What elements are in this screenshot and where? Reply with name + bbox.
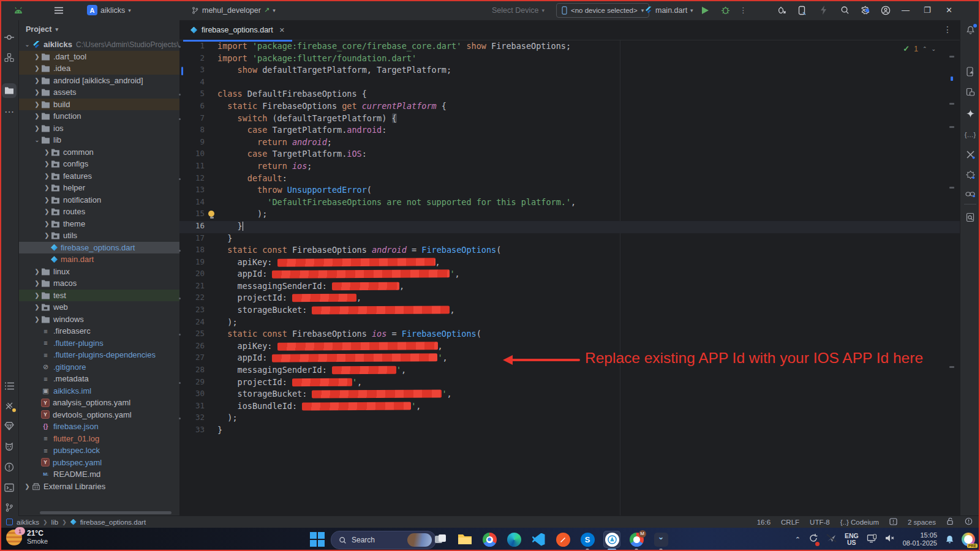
project-tool-icon[interactable] bbox=[2, 83, 17, 98]
code-line-11[interactable]: return ios; bbox=[217, 161, 960, 173]
code-line-24[interactable]: ); bbox=[217, 317, 960, 329]
chrome-profile-icon[interactable]: M bbox=[628, 531, 644, 547]
indent-setting[interactable]: 2 spaces bbox=[908, 519, 936, 526]
tree-item-flutter-01-log[interactable]: ≡flutter_01.log bbox=[18, 433, 179, 445]
chevron-right-icon[interactable]: ❯ bbox=[33, 268, 41, 275]
ai-structure-braces-icon[interactable]: {…} bbox=[963, 127, 978, 142]
chevron-right-icon[interactable]: ❯ bbox=[43, 160, 51, 167]
pen-app-icon[interactable] bbox=[555, 531, 571, 547]
debug-cat-icon[interactable] bbox=[2, 439, 17, 454]
chevron-right-icon[interactable]: ❯ bbox=[33, 113, 41, 119]
language-indicator[interactable]: ENGUS bbox=[845, 533, 859, 546]
tree-item--flutter-plugins-dependencies[interactable]: ≡.flutter-plugins-dependencies bbox=[18, 349, 179, 361]
gutter-line-32[interactable]: 32 bbox=[179, 413, 217, 425]
build-tools-icon[interactable] bbox=[963, 147, 978, 162]
chevron-right-icon[interactable]: ❯ bbox=[43, 208, 51, 215]
task-view-icon[interactable] bbox=[432, 531, 448, 547]
tree-item-devtools-options-yaml[interactable]: Ydevtools_options.yaml bbox=[18, 409, 179, 421]
code-line-5[interactable]: class DefaultFirebaseOptions { bbox=[217, 89, 960, 101]
tree-item-android-aiklicks-android-[interactable]: ❯android [aiklicks_android] bbox=[18, 75, 179, 87]
code-line-33[interactable]: } bbox=[217, 425, 960, 437]
deep-links-icon[interactable] bbox=[963, 187, 978, 201]
tree-item--gitignore[interactable]: ⊘.gitignore bbox=[18, 361, 179, 373]
tree-item-macos[interactable]: ❯macos bbox=[18, 277, 179, 290]
gutter-line-14[interactable]: 14 bbox=[179, 197, 217, 209]
code-line-19[interactable]: apiKey: , bbox=[217, 257, 960, 269]
file-explorer-icon[interactable] bbox=[457, 531, 473, 547]
code-line-4[interactable] bbox=[217, 77, 960, 89]
window-minimize-button[interactable]: — bbox=[902, 0, 920, 20]
copilot-icon[interactable]: PRE bbox=[962, 533, 975, 546]
chevron-right-icon[interactable]: ❯ bbox=[43, 232, 51, 239]
debug-button[interactable] bbox=[721, 0, 730, 20]
search-everywhere-icon[interactable] bbox=[840, 0, 850, 20]
chevron-right-icon[interactable]: ❯ bbox=[43, 149, 51, 156]
tree-item-build[interactable]: ❯build bbox=[18, 99, 179, 111]
tree-item-linux[interactable]: ❯linux bbox=[18, 266, 179, 278]
editor-code[interactable]: import 'package:firebase_core/firebase_c… bbox=[217, 41, 960, 437]
run-button[interactable] bbox=[702, 0, 709, 20]
chevron-down-icon[interactable]: ⌄ bbox=[33, 137, 41, 143]
chrome-icon[interactable] bbox=[481, 531, 497, 547]
project-widget[interactable]: A aiklicks ▾ bbox=[87, 0, 131, 20]
breadcrumb[interactable]: aiklicks❯ lib❯ firebase_options.dart bbox=[0, 519, 757, 526]
tree-item-lib[interactable]: ⌄lib bbox=[18, 134, 179, 146]
tree-item-features[interactable]: ❯features bbox=[18, 170, 179, 182]
vscode-icon[interactable] bbox=[530, 531, 546, 547]
gutter-line-20[interactable]: 20 bbox=[179, 269, 217, 281]
device-mirror-icon[interactable] bbox=[798, 0, 807, 20]
code-line-25[interactable]: static const FirebaseOptions ios = Fireb… bbox=[217, 329, 960, 341]
gutter-line-15[interactable]: 15 bbox=[179, 209, 217, 221]
running-devices-icon[interactable] bbox=[963, 64, 978, 79]
code-line-15[interactable]: ); bbox=[217, 209, 960, 221]
file-encoding[interactable]: UTF-8 bbox=[810, 519, 830, 526]
code-line-10[interactable]: case TargetPlatform.iOS: bbox=[217, 149, 960, 161]
code-line-13[interactable]: throw UnsupportedError( bbox=[217, 185, 960, 197]
code-line-6[interactable]: static FirebaseOptions get currentPlatfo… bbox=[217, 101, 960, 113]
project-tree-header[interactable]: Project▾ bbox=[18, 20, 179, 39]
gutter-line-9[interactable]: 9 bbox=[179, 137, 217, 149]
gutter-line-4[interactable]: 4 bbox=[179, 77, 217, 89]
code-line-9[interactable]: return android; bbox=[217, 137, 960, 149]
gutter-line-22[interactable]: 22 bbox=[179, 293, 217, 305]
commit-tool-icon[interactable] bbox=[2, 30, 17, 45]
tree-item--metadata[interactable]: ≡.metadata bbox=[18, 373, 179, 385]
tree-item-external-libraries[interactable]: ❯External Libraries bbox=[18, 481, 179, 493]
intention-bulb-icon[interactable] bbox=[208, 211, 215, 219]
profiler-icon[interactable] bbox=[777, 0, 786, 20]
gutter-line-10[interactable]: 10 bbox=[179, 149, 217, 161]
run-config-widget[interactable]: main.dart ▾ bbox=[644, 0, 693, 20]
lock-open-icon[interactable] bbox=[946, 517, 954, 527]
vcs-branch-widget[interactable]: mehul_developer ↗ ▾ bbox=[191, 0, 276, 20]
tree-item-notification[interactable]: ❯notification bbox=[18, 194, 179, 206]
tree-item-web[interactable]: ❯web bbox=[18, 301, 179, 313]
tree-item-readme-md[interactable]: M↓README.md bbox=[18, 468, 179, 481]
gutter-line-33[interactable]: 33 bbox=[179, 425, 217, 437]
tree-horizontal-scrollbar[interactable] bbox=[40, 511, 172, 514]
more-tool-windows-icon[interactable]: ⋯ bbox=[2, 104, 17, 119]
chevron-right-icon[interactable]: ❯ bbox=[33, 77, 41, 84]
tree-item-main-dart[interactable]: main.dart bbox=[18, 253, 179, 266]
tree-item-aiklicks-iml[interactable]: ▣aiklicks.iml bbox=[18, 385, 179, 397]
device-manager-icon[interactable] bbox=[963, 84, 978, 99]
terminal-tool-icon[interactable] bbox=[2, 480, 17, 495]
android-studio-icon[interactable] bbox=[604, 531, 620, 547]
tree-item--flutter-plugins[interactable]: ≡.flutter-plugins bbox=[18, 337, 179, 350]
notifications-bell-icon[interactable] bbox=[963, 24, 978, 39]
code-line-30[interactable]: storageBucket: ', bbox=[217, 389, 960, 401]
tree-item-windows[interactable]: ❯windows bbox=[18, 313, 179, 326]
skype-icon[interactable]: S bbox=[579, 531, 595, 547]
account-avatar-icon[interactable] bbox=[881, 0, 891, 20]
gutter-line-21[interactable]: 21 bbox=[179, 281, 217, 293]
gutter-line-25[interactable]: 25 bbox=[179, 329, 217, 341]
chevron-right-icon[interactable]: ❯ bbox=[43, 220, 51, 227]
gutter-line-12[interactable]: 12 bbox=[179, 173, 217, 186]
tree-item--firebaserc[interactable]: ≡.firebaserc bbox=[18, 325, 179, 337]
code-line-18[interactable]: static const FirebaseOptions android = F… bbox=[217, 245, 960, 257]
main-menu-hamburger-icon[interactable] bbox=[54, 0, 64, 20]
tree-item-common[interactable]: ❯common bbox=[18, 146, 179, 159]
tree-item-analysis-options-yaml[interactable]: Yanalysis_options.yaml bbox=[18, 397, 179, 409]
gutter-line-1[interactable]: 1 bbox=[179, 41, 217, 53]
gutter-line-30[interactable]: 30 bbox=[179, 389, 217, 401]
chevron-right-icon[interactable]: ❯ bbox=[33, 125, 41, 132]
